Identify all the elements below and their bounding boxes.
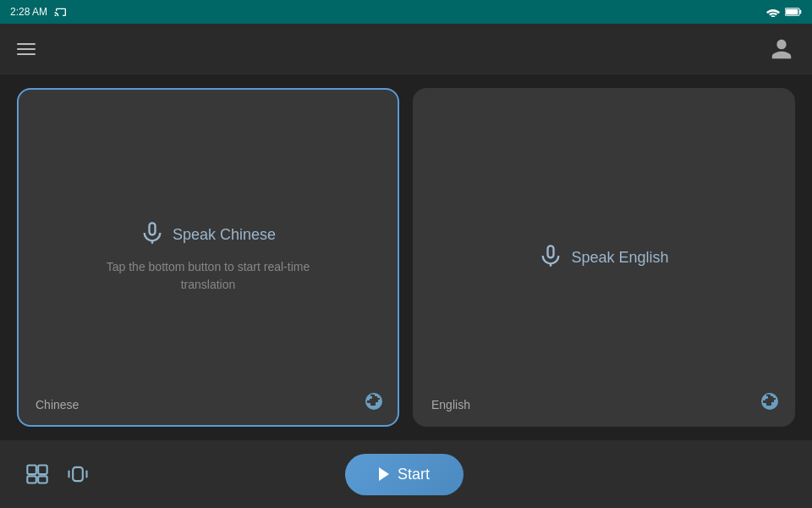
profile-icon[interactable] [768,36,795,63]
main-content: Speak Chinese Tap the bottom button to s… [0,75,812,440]
start-label: Start [398,466,430,483]
status-bar: 2:28 AM [0,0,812,24]
chinese-lang-label: Chinese [36,398,79,411]
english-speak-label: Speak English [571,249,668,267]
svg-rect-7 [73,467,83,481]
svg-rect-5 [27,476,36,483]
speaker-icon[interactable] [66,462,90,486]
english-globe-icon[interactable] [760,391,780,415]
chinese-mic-icon [140,221,164,248]
svg-rect-2 [786,9,798,14]
english-mic-container: Speak English [539,244,668,271]
chinese-speak-label: Speak Chinese [173,226,276,244]
svg-rect-4 [38,466,47,475]
menu-icon[interactable] [17,43,36,55]
svg-rect-1 [799,10,801,14]
english-lang-label: English [431,398,470,411]
svg-rect-3 [27,466,36,475]
status-bar-right [766,7,802,17]
start-button[interactable]: Start [345,454,464,495]
layout-icon[interactable] [25,462,49,486]
english-card-center: Speak English [539,244,668,271]
wifi-icon [766,7,780,17]
svg-rect-6 [38,476,47,483]
status-time: 2:28 AM [10,6,47,18]
cast-icon [54,4,68,19]
chinese-globe-icon[interactable] [364,391,384,415]
english-card[interactable]: Speak English English [413,88,795,427]
chinese-hint-text: Tap the bottom button to start real-time… [81,258,335,294]
battery-icon [785,7,802,17]
bottom-left-icons [25,462,90,486]
chinese-card[interactable]: Speak Chinese Tap the bottom button to s… [17,88,399,427]
play-icon [379,467,389,481]
chinese-mic-container: Speak Chinese [140,221,276,248]
chinese-card-center: Speak Chinese Tap the bottom button to s… [81,221,335,294]
status-bar-left: 2:28 AM [10,4,68,19]
bottom-bar: Start [0,440,812,508]
english-mic-icon [539,244,562,271]
top-bar [0,24,812,75]
